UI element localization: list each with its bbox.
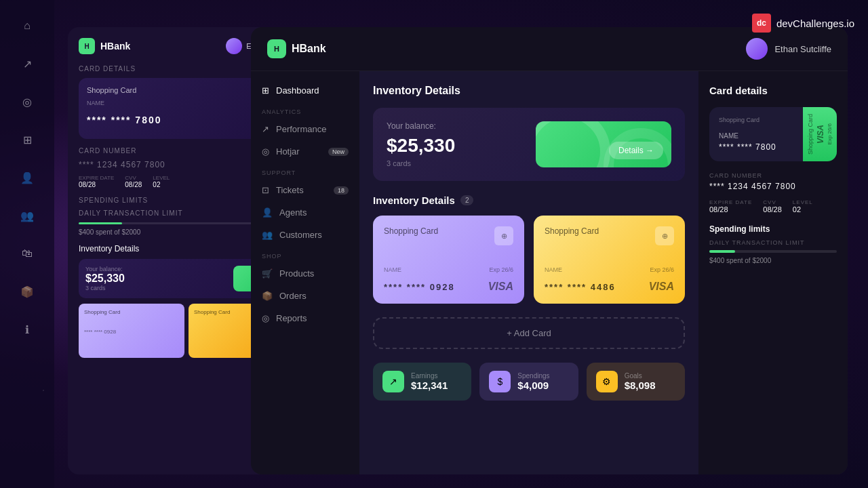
- tickets-icon: ⊡: [262, 185, 269, 195]
- right-card-exp: Exp 26/6: [827, 123, 833, 145]
- brand-logo-icon: dc: [752, 14, 771, 33]
- expire-date-item: EXPIRE DATE 08/28: [709, 199, 752, 214]
- inv-section-header: Inventory Details 2: [373, 195, 685, 206]
- nav-item-performance[interactable]: ↗ Performance: [251, 118, 359, 140]
- dashboard-icon: ⊞: [262, 85, 269, 96]
- main-logo-icon: H: [267, 39, 286, 58]
- bg-app-name: HBank: [100, 41, 130, 52]
- nav-section-analytics: Analytics: [251, 102, 359, 118]
- sidebar-icon-box[interactable]: 📦: [15, 279, 39, 304]
- nav-item-customers[interactable]: 👥 Customers: [251, 224, 359, 246]
- bg-card-num: **** **** 7800: [87, 115, 162, 125]
- right-card-left: Shopping Card NAME **** **** 7800: [709, 107, 803, 161]
- orders-icon: 📦: [262, 291, 273, 301]
- nav-section-shop: Shop: [251, 246, 359, 262]
- nav-item-hotjar[interactable]: ◎ Hotjar New: [251, 140, 359, 163]
- orange-card-footer: **** **** 4486 VISA: [545, 281, 674, 293]
- spendings-icon: $: [489, 371, 511, 392]
- main-avatar: [746, 38, 768, 60]
- nav-item-tickets[interactable]: ⊡ Tickets 18: [251, 179, 359, 201]
- spending-sublabel: DAILY TRANSACTION LIMIT: [709, 239, 837, 246]
- products-icon: 🛒: [262, 268, 273, 279]
- goals-icon: ⚙: [596, 371, 618, 392]
- sidebar-icon-chart[interactable]: ↗: [15, 52, 39, 76]
- right-panel-title: Card details: [709, 85, 837, 96]
- bg-level-label: LEVEL: [153, 175, 170, 181]
- purple-card-exp: Exp 26/6: [489, 266, 513, 273]
- nav-section-support: Support: [251, 163, 359, 179]
- card-meta-details: EXPIRE DATE 08/28 CVV 08/28 LEVEL 02: [709, 199, 837, 214]
- expire-value: 08/28: [709, 205, 752, 214]
- tickets-badge: 18: [334, 186, 349, 195]
- bg-inv-card-purple: Shopping Card **** **** 0928: [79, 304, 184, 358]
- inventory-title-top: Inventory Details: [373, 85, 685, 97]
- balance-left: Your balance: $25,330 3 cards: [387, 121, 536, 167]
- cvv-label: CVV: [763, 199, 782, 205]
- cvv-item: CVV 08/28: [763, 199, 782, 214]
- earnings-value: $12,341: [411, 380, 448, 391]
- stat-spendings-content: Spendings $4,009: [517, 372, 549, 391]
- balance-amount: $25,330: [387, 135, 536, 157]
- spending-bar-fill: [709, 250, 735, 253]
- orange-card-header: Shopping Card ⊕: [545, 226, 674, 245]
- nav-item-products[interactable]: 🛒 Products: [251, 262, 359, 285]
- earnings-label: Earnings: [411, 372, 448, 380]
- goals-value: $8,098: [625, 380, 656, 391]
- inv-badge: 2: [460, 195, 474, 205]
- balance-cards-count: 3 cards: [387, 159, 536, 167]
- nav-tickets-label: Tickets: [276, 185, 304, 195]
- bg-expire-label: EXPIRE DATE: [79, 175, 114, 181]
- sidebar-icon-bag[interactable]: 🛍: [15, 241, 39, 266]
- stat-earnings-content: Earnings $12,341: [411, 372, 448, 391]
- earnings-icon: ↗: [382, 371, 404, 392]
- nav-reports-label: Reports: [276, 313, 307, 323]
- bg-avatar: [226, 38, 242, 54]
- payment-card-purple: Shopping Card ⊕ NAME Exp 26/6 **** **** …: [373, 216, 524, 304]
- sidebar-icon-home[interactable]: ⌂: [15, 14, 39, 38]
- orange-card-number: **** **** 4486: [545, 282, 616, 292]
- balance-label: Your balance:: [387, 121, 536, 131]
- nav-item-agents[interactable]: 👤 Agents: [251, 201, 359, 224]
- purple-card-footer: **** **** 0928 VISA: [384, 281, 513, 293]
- nav-hotjar-label: Hotjar: [276, 146, 300, 157]
- bg-balance-cards: 3 cards: [85, 285, 228, 291]
- balance-right-panel: Details →: [536, 121, 671, 167]
- bg-inv-card1-title: Shopping Card: [84, 309, 179, 315]
- orange-card-icon: ⊕: [655, 226, 674, 245]
- icon-sidebar: ⌂ ↗ ◎ ⊞ 👤 👥 🛍 📦 ℹ: [0, 0, 54, 488]
- sidebar-icon-grid[interactable]: ⊞: [15, 127, 39, 152]
- details-button[interactable]: Details →: [609, 142, 663, 159]
- nav-item-orders[interactable]: 📦 Orders: [251, 285, 359, 307]
- bg-balance-label: Your balance:: [85, 266, 228, 272]
- spending-bar-track: [709, 250, 837, 253]
- sidebar-icon-location[interactable]: ◎: [15, 89, 39, 114]
- nav-item-dashboard[interactable]: ⊞ Dashboard: [251, 79, 359, 102]
- level-label: LEVEL: [793, 199, 813, 205]
- orange-card-name-label: NAME: [545, 266, 562, 273]
- level-value: 02: [793, 205, 813, 214]
- right-card-visa: VISA: [816, 125, 825, 144]
- sidebar-icon-user[interactable]: 👤: [15, 165, 39, 190]
- nav-item-reports[interactable]: ◎ Reports: [251, 307, 359, 329]
- cvv-value: 08/28: [763, 205, 782, 214]
- balance-card: Your balance: $25,330 3 cards Details →: [373, 108, 685, 181]
- performance-icon: ↗: [262, 124, 269, 134]
- brand-name: devChallenges.io: [776, 18, 854, 29]
- bg-spending-fill: [79, 222, 122, 224]
- reports-icon: ◎: [262, 313, 269, 323]
- sidebar-icon-users[interactable]: 👥: [15, 203, 39, 228]
- bg-cvv-label: CVV: [125, 175, 142, 181]
- purple-card-header: Shopping Card ⊕: [384, 226, 513, 245]
- orange-card-visa: VISA: [649, 281, 674, 293]
- add-card-button[interactable]: + Add Card: [373, 317, 685, 349]
- content-area: Inventory Details Your balance: $25,330 …: [359, 71, 698, 474]
- hotjar-icon: ◎: [262, 146, 269, 157]
- stat-earnings: ↗ Earnings $12,341: [373, 363, 471, 401]
- bg-cvv-value: 08/28: [125, 181, 142, 188]
- nav-orders-label: Orders: [279, 291, 307, 301]
- bg-balance-left: Your balance: $25,330 3 cards: [85, 266, 228, 291]
- expire-label: EXPIRE DATE: [709, 199, 752, 205]
- nav-performance-label: Performance: [276, 124, 326, 134]
- agents-icon: 👤: [262, 207, 273, 218]
- sidebar-icon-info[interactable]: ℹ: [15, 317, 39, 342]
